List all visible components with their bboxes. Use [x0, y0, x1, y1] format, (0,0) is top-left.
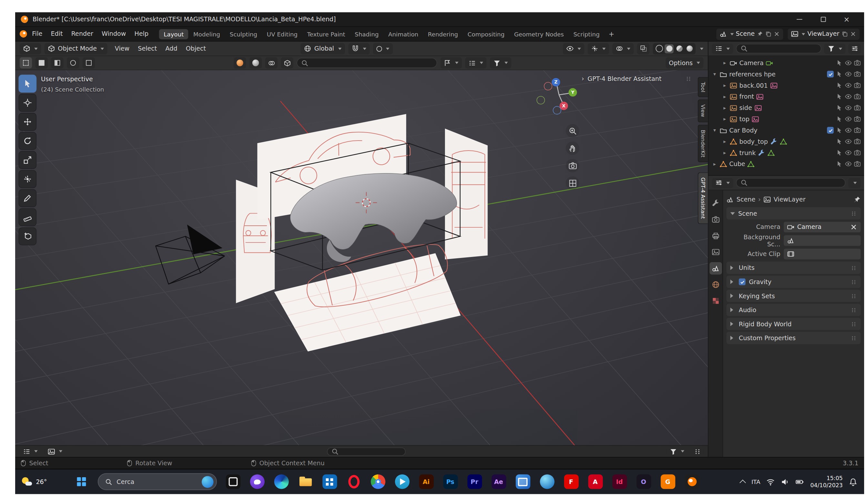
- sphere-display-button[interactable]: [234, 57, 246, 69]
- workspace-tab[interactable]: Sculpting: [225, 29, 262, 39]
- hide-in-viewport-toggle[interactable]: [845, 127, 852, 134]
- outliner-item-label[interactable]: Car Body: [729, 127, 757, 134]
- editor-type-button[interactable]: [20, 43, 41, 54]
- gray-sphere-button[interactable]: [249, 57, 262, 69]
- hide-in-viewport-toggle[interactable]: [845, 160, 852, 167]
- app-indesign[interactable]: Id: [612, 474, 627, 489]
- outliner-search-field[interactable]: [736, 44, 822, 53]
- cube-display-button[interactable]: [281, 57, 293, 69]
- tool-select-box-button[interactable]: [18, 75, 37, 93]
- app-telegram[interactable]: [395, 474, 409, 489]
- sidebar-tab[interactable]: GPT-4 Assistant: [698, 172, 707, 224]
- snapping-toggle[interactable]: [348, 43, 370, 54]
- tray-chevron-up-icon[interactable]: [740, 480, 746, 486]
- hide-in-render-toggle[interactable]: [854, 127, 860, 134]
- outliner-item-label[interactable]: back.001: [739, 82, 768, 89]
- selectable-toggle[interactable]: [836, 71, 843, 77]
- menu-item[interactable]: Edit: [47, 29, 66, 39]
- drag-dots-icon[interactable]: [850, 335, 857, 341]
- breadcrumb-scene[interactable]: Scene: [737, 196, 755, 203]
- menu-item[interactable]: Window: [98, 29, 130, 39]
- tab-output[interactable]: [709, 230, 722, 242]
- viewlayer-selector[interactable]: ViewLayer: [788, 28, 859, 40]
- drag-dots-icon[interactable]: [850, 321, 857, 327]
- selectable-toggle[interactable]: [836, 160, 843, 167]
- expand-arrow-icon[interactable]: ▾: [712, 127, 717, 133]
- notifications-icon[interactable]: [849, 478, 857, 486]
- gizmos-button[interactable]: [588, 43, 609, 54]
- app-gom[interactable]: G: [661, 474, 675, 489]
- options-dropdown[interactable]: Options: [665, 57, 703, 69]
- tab-texture[interactable]: [709, 295, 722, 307]
- bing-icon[interactable]: [202, 476, 213, 488]
- add-workspace-button[interactable]: +: [605, 30, 618, 38]
- selectable-toggle[interactable]: [836, 82, 843, 89]
- panel-checkbox[interactable]: [739, 279, 746, 285]
- hide-in-render-toggle[interactable]: [854, 104, 860, 111]
- navigation-gizmo[interactable]: Z Y X: [535, 74, 582, 120]
- app-teal-circle[interactable]: [539, 474, 554, 489]
- expand-arrow-icon[interactable]: ▸: [712, 161, 717, 167]
- language-indicator[interactable]: ITA: [752, 478, 761, 485]
- header-toggle-button-3[interactable]: [51, 57, 63, 69]
- selectable-toggle[interactable]: [836, 138, 843, 145]
- app-after-effects[interactable]: Ae: [492, 474, 506, 489]
- editor-type-button[interactable]: [20, 447, 41, 456]
- hide-in-viewport-toggle[interactable]: [845, 116, 852, 123]
- hide-in-render-toggle[interactable]: [854, 160, 860, 167]
- hide-in-render-toggle[interactable]: [854, 93, 860, 100]
- wifi-icon[interactable]: [766, 478, 775, 486]
- outliner-options-button[interactable]: [848, 43, 860, 53]
- camera-object[interactable]: [156, 224, 225, 284]
- app-photoshop[interactable]: Ps: [443, 474, 457, 489]
- remove-viewlayer-icon[interactable]: [850, 31, 856, 37]
- tool-add-cube-button[interactable]: [18, 227, 37, 245]
- properties-panel-header[interactable]: Audio: [726, 304, 860, 316]
- workspace-tab[interactable]: Texture Paint: [303, 29, 350, 39]
- camera-view-button[interactable]: [566, 159, 579, 172]
- tab-world[interactable]: [709, 279, 722, 291]
- transform-orientation-selector[interactable]: Global: [301, 43, 345, 54]
- collection-checkbox[interactable]: [827, 127, 834, 134]
- sidebar-tab[interactable]: View: [698, 99, 707, 123]
- sidebar-tab[interactable]: Tool: [698, 77, 707, 97]
- taskbar-search[interactable]: Cerca: [97, 473, 217, 490]
- collections-visibility-button[interactable]: [465, 57, 487, 69]
- assistant-panel-header[interactable]: › GPT-4 Blender Assistant: [581, 75, 692, 83]
- outliner-item[interactable]: ▾ references hpe: [709, 69, 864, 80]
- expand-arrow-icon[interactable]: ▾: [712, 71, 717, 77]
- workspace-tab[interactable]: Scripting: [569, 29, 604, 39]
- clock-widget[interactable]: 15:05 04/10/2023: [810, 474, 843, 489]
- expand-arrow-icon[interactable]: ▸: [722, 105, 727, 111]
- outliner-item[interactable]: ▸ back.001: [709, 80, 864, 91]
- hide-in-render-toggle[interactable]: [854, 116, 860, 123]
- shading-solid-button[interactable]: [665, 44, 674, 53]
- blender-menu-icon[interactable]: [20, 30, 27, 38]
- expand-arrow-icon[interactable]: ▸: [722, 60, 727, 65]
- shading-wireframe-button[interactable]: [654, 44, 663, 53]
- new-viewlayer-icon[interactable]: [841, 31, 848, 37]
- clear-icon[interactable]: [850, 223, 857, 231]
- menu-item[interactable]: File: [28, 29, 46, 39]
- tab-render[interactable]: [709, 213, 722, 226]
- pin-icon[interactable]: [854, 196, 861, 203]
- tool-annotate-button[interactable]: [18, 189, 37, 207]
- viewport-menu-item[interactable]: Object: [182, 44, 210, 53]
- app-opera[interactable]: [346, 474, 361, 489]
- outliner-item[interactable]: ▸ body_top: [709, 136, 864, 147]
- menu-item[interactable]: Help: [130, 29, 152, 39]
- app-chrome[interactable]: [370, 474, 385, 489]
- proportional-editing-toggle[interactable]: [373, 43, 392, 54]
- workspace-tab[interactable]: Animation: [384, 29, 423, 39]
- app-edge[interactable]: [274, 474, 289, 489]
- sidebar-tab[interactable]: BlenderKit: [698, 125, 707, 163]
- volume-icon[interactable]: [781, 478, 789, 486]
- outliner-item-label[interactable]: front: [739, 93, 754, 100]
- hide-in-viewport-toggle[interactable]: [845, 104, 852, 111]
- hide-in-viewport-toggle[interactable]: [845, 93, 852, 100]
- filter-button[interactable]: [490, 57, 511, 69]
- properties-options-button[interactable]: [848, 178, 860, 188]
- viewport-search-field[interactable]: [297, 58, 437, 68]
- workspace-tab[interactable]: Geometry Nodes: [509, 29, 568, 39]
- strip-filter-button[interactable]: [666, 447, 688, 456]
